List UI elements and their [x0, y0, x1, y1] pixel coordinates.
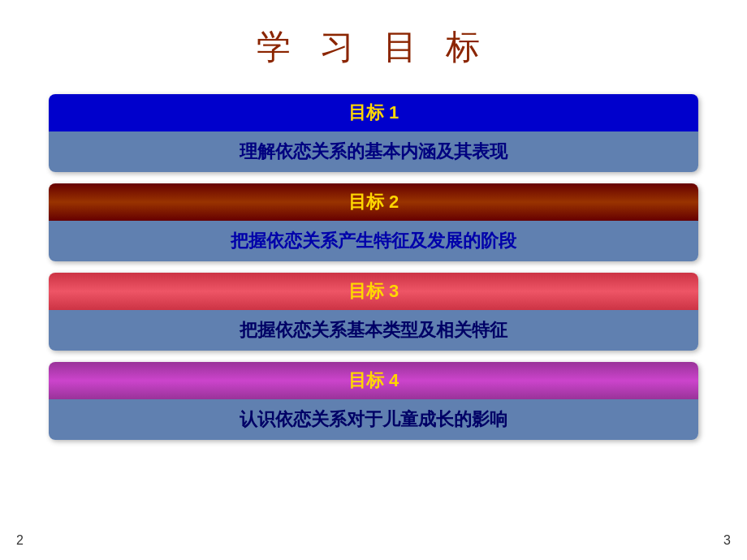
- goal-3-header: 目标 3: [49, 273, 698, 310]
- goal-1-header: 目标 1: [49, 94, 698, 131]
- goal-2-body: 把握依恋关系产生特征及发展的阶段: [49, 221, 698, 261]
- goal-2-header: 目标 2: [49, 183, 698, 221]
- slide-container: 学 习 目 标 目标 1 理解依恋关系的基本内涵及其表现 目标 2 把握依恋关系…: [0, 0, 747, 560]
- page-number-left: 2: [16, 533, 24, 548]
- goal-4-body: 认识依恋关系对于儿童成长的影响: [49, 399, 698, 440]
- page-title: 学 习 目 标: [257, 24, 490, 70]
- goals-list: 目标 1 理解依恋关系的基本内涵及其表现 目标 2 把握依恋关系产生特征及发展的…: [49, 94, 698, 440]
- goal-1-body: 理解依恋关系的基本内涵及其表现: [49, 131, 698, 172]
- goal-3-body: 把握依恋关系基本类型及相关特征: [49, 310, 698, 351]
- goal-block-1: 目标 1 理解依恋关系的基本内涵及其表现: [49, 94, 698, 172]
- goal-block-2: 目标 2 把握依恋关系产生特征及发展的阶段: [49, 183, 698, 261]
- page-number-right: 3: [723, 533, 731, 548]
- goal-block-3: 目标 3 把握依恋关系基本类型及相关特征: [49, 273, 698, 351]
- goal-block-4: 目标 4 认识依恋关系对于儿童成长的影响: [49, 362, 698, 440]
- goal-4-header: 目标 4: [49, 362, 698, 399]
